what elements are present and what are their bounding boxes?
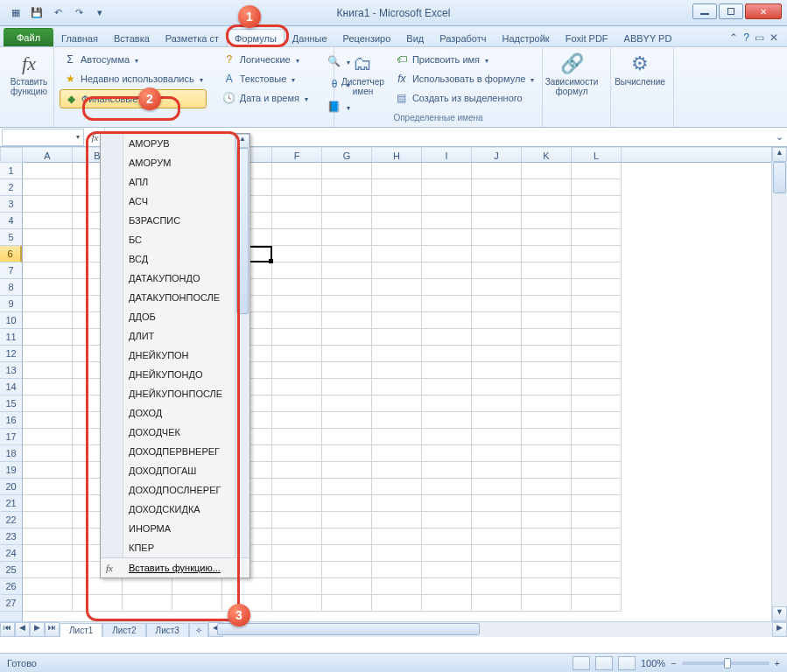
cell[interactable] — [23, 312, 73, 329]
cell[interactable] — [272, 595, 322, 612]
recently-used-button[interactable]: ★Недавно использовались — [60, 70, 207, 88]
cell[interactable] — [522, 462, 572, 479]
dropdown-item[interactable]: КПЕР — [101, 538, 249, 557]
cell[interactable] — [472, 262, 522, 279]
tab-home[interactable]: Главная — [53, 29, 106, 46]
cell[interactable] — [472, 545, 522, 562]
cell[interactable] — [522, 479, 572, 495]
cell[interactable] — [372, 578, 422, 595]
row-header[interactable]: 13 — [0, 362, 22, 379]
cell[interactable] — [23, 495, 73, 512]
cell[interactable] — [272, 196, 322, 213]
cell[interactable] — [372, 246, 422, 262]
cell[interactable] — [272, 213, 322, 229]
cell[interactable] — [422, 479, 472, 495]
cell[interactable] — [372, 512, 422, 528]
cell[interactable] — [322, 495, 372, 512]
cell[interactable] — [322, 312, 372, 329]
hscroll-thumb[interactable] — [217, 623, 480, 635]
column-header[interactable]: F — [272, 148, 322, 162]
cell[interactable] — [372, 595, 422, 612]
cell[interactable] — [322, 213, 372, 229]
cell[interactable] — [522, 512, 572, 528]
minimize-ribbon-icon[interactable]: ⌃ — [729, 32, 738, 44]
cell[interactable] — [272, 412, 322, 429]
cell[interactable] — [322, 578, 372, 595]
cell[interactable] — [322, 262, 372, 279]
dropdown-scroll-thumb[interactable] — [236, 148, 249, 314]
horizontal-scrollbar[interactable]: ◀ ▶ — [208, 622, 787, 637]
cell[interactable] — [422, 229, 472, 246]
cell[interactable] — [572, 528, 622, 545]
cell[interactable] — [522, 595, 572, 612]
insert-function-button[interactable]: fx Вставитьфункцию — [5, 51, 53, 98]
zoom-slider[interactable] — [682, 662, 769, 665]
cell[interactable] — [472, 512, 522, 528]
cell[interactable] — [272, 445, 322, 462]
dropdown-item[interactable]: ДНЕЙКУПОН — [101, 346, 249, 365]
cell[interactable] — [322, 296, 372, 312]
minimize-button[interactable] — [692, 4, 717, 19]
financial-button[interactable]: ◆Финансовые — [60, 89, 207, 108]
cell[interactable] — [23, 346, 73, 362]
namebox-dropdown-icon[interactable]: ▾ — [76, 133, 80, 141]
row-header[interactable]: 19 — [0, 462, 22, 479]
tab-abbyy-pdf[interactable]: ABBYY PD — [616, 29, 680, 46]
tab-foxit-pdf[interactable]: Foxit PDF — [558, 29, 616, 46]
column-header[interactable]: J — [472, 148, 522, 162]
page-layout-view-button[interactable] — [595, 656, 613, 670]
cell[interactable] — [472, 562, 522, 578]
tab-file[interactable]: Файл — [4, 28, 53, 46]
dropdown-item[interactable]: АМОРУВ — [101, 134, 249, 153]
cell[interactable] — [522, 196, 572, 213]
cell[interactable] — [472, 246, 522, 262]
sheet-nav-prev[interactable]: ◀ — [15, 622, 30, 637]
dropdown-item[interactable]: ДНЕЙКУПОНПОСЛЕ — [101, 384, 249, 403]
cell[interactable] — [472, 346, 522, 362]
name-box[interactable]: ▾ — [2, 129, 84, 146]
scroll-right-button[interactable]: ▶ — [772, 622, 787, 637]
scroll-down-button[interactable]: ▼ — [772, 606, 787, 621]
dropdown-item[interactable]: ДАТАКУПОНДО — [101, 269, 249, 288]
select-all-button[interactable] — [0, 147, 23, 163]
cell[interactable] — [572, 279, 622, 296]
cell[interactable] — [123, 595, 172, 612]
dropdown-scrollbar[interactable]: ▲ ▼ — [235, 134, 249, 578]
cell[interactable] — [572, 163, 622, 179]
cell[interactable] — [322, 346, 372, 362]
cell[interactable] — [522, 528, 572, 545]
undo-icon[interactable]: ↶ — [49, 4, 67, 22]
cell[interactable] — [23, 562, 73, 578]
cell[interactable] — [472, 213, 522, 229]
cell[interactable] — [572, 479, 622, 495]
cell[interactable] — [522, 329, 572, 346]
cell[interactable] — [422, 512, 472, 528]
cell[interactable] — [222, 595, 272, 612]
insert-function-menu-item[interactable]: fx Вставить функцию... — [101, 557, 249, 578]
row-header[interactable]: 18 — [0, 445, 22, 462]
use-in-formula-button[interactable]: fxИспользовать в формуле — [391, 70, 538, 88]
cell[interactable] — [23, 479, 73, 495]
cell[interactable] — [472, 329, 522, 346]
cell[interactable] — [23, 279, 73, 296]
cell[interactable] — [472, 296, 522, 312]
dropdown-item[interactable]: ДАТАКУПОНПОСЛЕ — [101, 288, 249, 307]
column-header[interactable]: L — [572, 148, 622, 162]
cell[interactable] — [272, 312, 322, 329]
tab-formulas[interactable]: Формулы — [227, 29, 285, 46]
row-header[interactable]: 10 — [0, 312, 22, 329]
sheet-nav-first[interactable]: ⏮ — [0, 622, 15, 637]
cell[interactable] — [372, 179, 422, 196]
cell[interactable] — [572, 196, 622, 213]
cell[interactable] — [272, 545, 322, 562]
cell[interactable] — [472, 528, 522, 545]
cell[interactable] — [372, 479, 422, 495]
cell[interactable] — [422, 279, 472, 296]
cell[interactable] — [23, 545, 73, 562]
page-break-view-button[interactable] — [618, 656, 636, 670]
cell[interactable] — [372, 196, 422, 213]
column-header[interactable]: G — [322, 148, 372, 162]
scroll-up-button[interactable]: ▲ — [772, 147, 787, 162]
cell[interactable] — [322, 562, 372, 578]
sheet-nav-last[interactable]: ⏭ — [45, 622, 60, 637]
